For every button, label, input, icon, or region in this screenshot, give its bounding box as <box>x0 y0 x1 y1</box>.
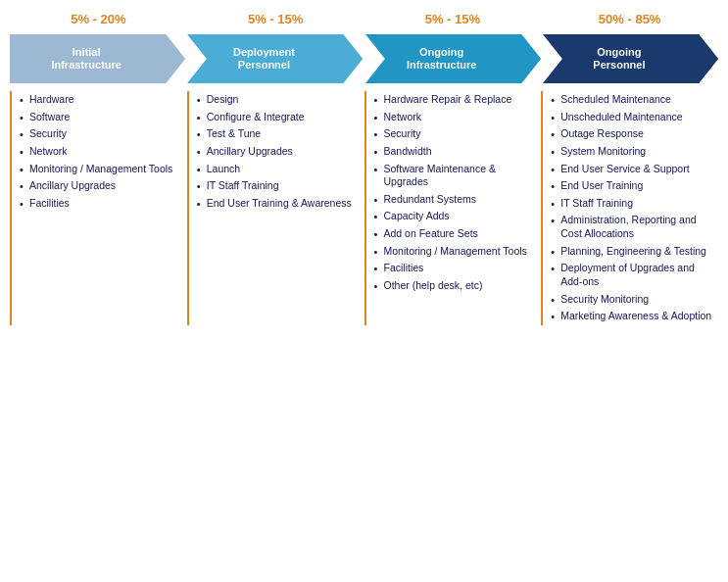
list-item: Marketing Awareness & Adoption <box>549 308 712 325</box>
bullet-list-col-4: Scheduled MaintenanceUnscheduled Mainten… <box>549 91 712 325</box>
list-item: Security Monitoring <box>549 291 712 309</box>
list-item: System Monitoring <box>549 143 712 161</box>
list-item: Ancillary Upgrades <box>18 177 181 195</box>
list-item: Add on Feature Sets <box>372 225 536 243</box>
list-item: Redundant Systems <box>372 191 536 209</box>
list-item: Software <box>18 109 181 126</box>
list-item: Facilities <box>372 260 536 277</box>
arrow-col2: Deployment Personnel <box>187 34 363 83</box>
list-item: Hardware <box>18 91 181 109</box>
percentage-row: 5% - 20% 5% - 15% 5% - 15% 50% - 85% <box>10 10 718 28</box>
arrow-label-col2: Deployment Personnel <box>187 46 336 72</box>
content-col-2: DesignConfigure & IntegrateTest & TuneAn… <box>187 91 364 325</box>
arrow-col4: Ongoing Personnel <box>543 34 718 83</box>
list-item: End User Service & Support <box>549 161 712 178</box>
list-item: Other (help desk, etc) <box>372 277 536 295</box>
list-item: Planning, Engineering & Testing <box>549 243 712 261</box>
list-item: End User Training <box>549 177 712 195</box>
bullet-list-col-1: HardwareSoftwareSecurityNetworkMonitorin… <box>18 91 181 212</box>
list-item: Scheduled Maintenance <box>549 91 712 109</box>
arrow-label-col3: Ongoing Infrastructure <box>365 46 514 72</box>
list-item: Design <box>195 91 359 109</box>
arrow-label-col1: Initial Infrastructure <box>10 46 159 72</box>
list-item: Facilities <box>18 195 181 213</box>
list-item: Configure & Integrate <box>195 109 359 126</box>
content-row: HardwareSoftwareSecurityNetworkMonitorin… <box>10 91 718 325</box>
arrow-col3: Ongoing Infrastructure <box>365 34 541 83</box>
pct-col3: 5% - 15% <box>364 10 542 28</box>
list-item: Ancillary Upgrades <box>195 143 359 161</box>
bullet-list-col-2: DesignConfigure & IntegrateTest & TuneAn… <box>195 91 359 212</box>
pct-col4: 50% - 85% <box>541 10 718 28</box>
list-item: Security <box>18 125 181 143</box>
list-item: Bandwidth <box>372 143 536 161</box>
list-item: Security <box>372 125 536 143</box>
pct-col1: 5% - 20% <box>10 10 187 28</box>
arrow-col1: Initial Infrastructure <box>10 34 185 83</box>
content-col-4: Scheduled MaintenanceUnscheduled Mainten… <box>541 91 718 325</box>
pct-col2: 5% - 15% <box>187 10 364 28</box>
list-item: Monitoring / Management Tools <box>18 161 181 178</box>
list-item: Network <box>372 109 536 126</box>
list-item: Administration, Reporting and Cost Alloc… <box>549 212 712 242</box>
list-item: Outage Response <box>549 125 712 143</box>
list-item: Launch <box>195 161 359 178</box>
content-col-1: HardwareSoftwareSecurityNetworkMonitorin… <box>10 91 187 325</box>
arrows-row: Initial Infrastructure Deployment Person… <box>10 34 718 83</box>
content-col-3: Hardware Repair & ReplaceNetworkSecurity… <box>364 91 542 325</box>
list-item: IT Staff Training <box>195 177 359 195</box>
list-item: Deployment of Upgrades and Add-ons <box>549 260 712 290</box>
list-item: Unscheduled Maintenance <box>549 109 712 126</box>
list-item: Capacity Adds <box>372 208 536 225</box>
list-item: Software Maintenance & Upgrades <box>372 161 536 191</box>
list-item: End User Training & Awareness <box>195 195 359 213</box>
list-item: IT Staff Training <box>549 195 712 213</box>
bullet-list-col-3: Hardware Repair & ReplaceNetworkSecurity… <box>372 91 536 295</box>
list-item: Test & Tune <box>195 125 359 143</box>
arrow-label-col4: Ongoing Personnel <box>543 46 692 72</box>
list-item: Network <box>18 143 181 161</box>
list-item: Hardware Repair & Replace <box>372 91 536 109</box>
list-item: Monitoring / Management Tools <box>372 243 536 261</box>
